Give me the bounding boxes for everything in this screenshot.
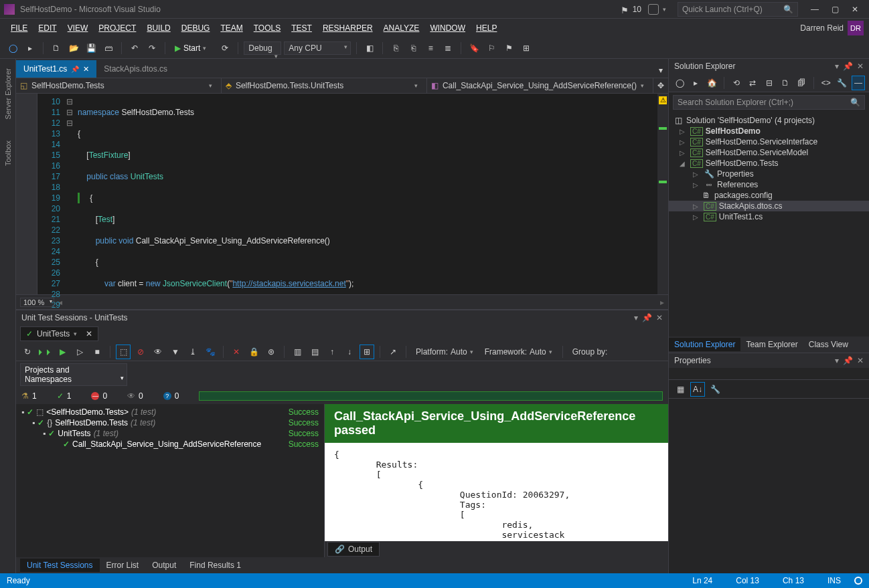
test-tree[interactable]: ▪✓⬚<SelfHostDemo.Tests> (1 test)Success … bbox=[16, 404, 324, 557]
layout-2-button[interactable]: ▤ bbox=[307, 345, 322, 359]
test-output-body[interactable]: { Results: [ { QuestionId: 20063297, Tag… bbox=[325, 443, 668, 541]
solution-tree[interactable]: ◫Solution 'SelfHostDemo' (4 projects) ▷C… bbox=[669, 112, 869, 336]
project-serviceinterface[interactable]: ▷C#SelfHostDemo.ServiceInterface bbox=[669, 136, 869, 147]
home-button[interactable]: 🏠 bbox=[705, 76, 718, 90]
menu-tools[interactable]: TOOLS bbox=[248, 21, 286, 35]
toolbar-icon-1[interactable]: ◧ bbox=[362, 41, 377, 56]
tree-row-namespace[interactable]: ▪✓{}SelfHostDemo.Tests (1 test)Success bbox=[16, 417, 324, 428]
paw-icon[interactable]: 🐾 bbox=[203, 345, 218, 359]
output-tab[interactable]: 🔗Output bbox=[327, 542, 380, 557]
code-button[interactable]: <> bbox=[819, 76, 833, 90]
menu-file[interactable]: FILE bbox=[5, 21, 33, 35]
node-stackapis-dtos[interactable]: ▷C#StackApis.dtos.cs bbox=[669, 201, 869, 211]
toolbar-icon-2[interactable]: ≡ bbox=[423, 41, 438, 56]
tree-row-class[interactable]: ▪✓UnitTests (1 test)Success bbox=[16, 428, 324, 439]
open-file-button[interactable]: 📂 bbox=[66, 41, 81, 56]
rerun-button[interactable]: ↻ bbox=[20, 345, 35, 359]
bookmark-button[interactable]: 🔖 bbox=[467, 41, 481, 56]
tab-stackapis[interactable]: StackApis.dtos.cs bbox=[96, 60, 175, 78]
tab-toolbox[interactable]: Toolbox bbox=[3, 136, 13, 170]
undo-button[interactable]: ↶ bbox=[127, 41, 142, 56]
minimize-button[interactable]: ― bbox=[805, 2, 825, 17]
show-all-button[interactable]: 🗋 bbox=[779, 76, 792, 90]
hide-button[interactable]: 👁 bbox=[151, 345, 165, 359]
btab-unit-test[interactable]: Unit Test Sessions bbox=[20, 559, 100, 572]
menu-help[interactable]: HELP bbox=[471, 21, 502, 35]
close-icon[interactable]: ✕ bbox=[656, 313, 663, 322]
stop-button[interactable]: ■ bbox=[90, 345, 104, 359]
forward-button[interactable]: ▸ bbox=[689, 76, 702, 90]
notifications[interactable]: 10 bbox=[621, 5, 641, 14]
dropdown-icon[interactable]: ▾ bbox=[835, 356, 839, 365]
props-wrench-button[interactable]: 🔧 bbox=[708, 382, 722, 397]
rtab-team-explorer[interactable]: Team Explorer bbox=[740, 338, 803, 351]
rtab-solution-explorer[interactable]: Solution Explorer bbox=[669, 338, 740, 351]
code-content[interactable]: namespace SelfHostDemo.Tests { [TestFixt… bbox=[75, 94, 657, 294]
menu-team[interactable]: TEAM bbox=[215, 21, 248, 35]
close-icon[interactable]: ✕ bbox=[857, 62, 864, 71]
menu-resharper[interactable]: RESHARPER bbox=[317, 21, 378, 35]
uncomment-button[interactable]: ⎗ bbox=[406, 41, 420, 56]
menu-edit[interactable]: EDIT bbox=[33, 21, 62, 35]
pin-icon[interactable]: 📌 bbox=[843, 62, 853, 71]
close-button[interactable]: ✕ bbox=[845, 2, 865, 17]
menu-analyze[interactable]: ANALYZE bbox=[378, 21, 425, 35]
split-editor-button[interactable]: ✥ bbox=[653, 78, 668, 93]
debug-button[interactable]: ▷ bbox=[72, 345, 87, 359]
refresh-button[interactable]: ⇄ bbox=[746, 76, 759, 90]
toolbar-icon-4[interactable]: ⚐ bbox=[484, 41, 499, 56]
solution-root[interactable]: ◫Solution 'SelfHostDemo' (4 projects) bbox=[669, 115, 869, 126]
overview-ruler[interactable]: ⚠ bbox=[657, 94, 668, 294]
nav-class-dropdown[interactable]: ⬘SelfHostDemo.Tests.UnitTests▾ bbox=[222, 78, 427, 93]
prev-button[interactable]: ↑ bbox=[325, 345, 339, 359]
zoom-dropdown[interactable]: 100 % bbox=[20, 298, 54, 307]
close-icon[interactable]: ✕ bbox=[857, 356, 864, 365]
start-debug-button[interactable]: ▶ Start ▾ bbox=[171, 43, 215, 53]
rtab-class-view[interactable]: Class View bbox=[803, 338, 854, 351]
platform-dropdown[interactable]: Any CPU bbox=[284, 41, 351, 55]
solution-search-input[interactable]: Search Solution Explorer (Ctrl+;) 🔍 bbox=[673, 95, 865, 110]
alpha-sort-button[interactable]: A↓ bbox=[690, 382, 705, 397]
pin-icon[interactable]: 📌 bbox=[642, 313, 652, 322]
menu-view[interactable]: VIEW bbox=[62, 21, 94, 35]
record-icon[interactable] bbox=[854, 577, 862, 585]
nav-namespace-dropdown[interactable]: ◱SelfHostDemo.Tests▾ bbox=[16, 78, 222, 93]
node-references[interactable]: ▷▫▫References bbox=[669, 179, 869, 190]
toolbar-icon-3[interactable]: ≣ bbox=[441, 41, 455, 56]
close-icon[interactable]: ✕ bbox=[83, 65, 89, 74]
node-properties[interactable]: ▷🔧Properties bbox=[669, 169, 869, 179]
pin-icon[interactable]: 📌 bbox=[71, 66, 79, 73]
settings-icon[interactable]: ⊛ bbox=[264, 345, 279, 359]
debug-target-button[interactable]: ⟳ bbox=[218, 41, 232, 56]
session-tab-unittests[interactable]: ✓ UnitTests ▾ ✕ bbox=[20, 326, 98, 341]
new-project-button[interactable]: 🗋 bbox=[49, 41, 64, 56]
delete-button[interactable]: ✕ bbox=[229, 345, 244, 359]
redo-button[interactable]: ↷ bbox=[145, 41, 159, 56]
project-selfhostdemo[interactable]: ▷C#SelfHostDemo bbox=[669, 126, 869, 136]
dropdown-icon[interactable]: ▾ bbox=[634, 313, 638, 322]
code-editor[interactable]: 1011121314151617181920212223242526272829… bbox=[16, 94, 668, 295]
nav-back-button[interactable]: ◯ bbox=[5, 41, 20, 56]
toolbar-icon-5[interactable]: ⚑ bbox=[501, 41, 516, 56]
toolbar-icon-6[interactable]: ⊞ bbox=[519, 41, 534, 56]
tab-unittest1[interactable]: UnitTest1.cs 📌 ✕ bbox=[16, 60, 96, 78]
node-unittest1[interactable]: ▷C#UnitTest1.cs bbox=[669, 211, 869, 222]
menu-build[interactable]: BUILD bbox=[141, 21, 175, 35]
nav-member-dropdown[interactable]: ◧Call_StackApi_Service_Using_AddServiceR… bbox=[427, 78, 653, 93]
run-button[interactable]: ▶ bbox=[55, 345, 70, 359]
config-dropdown[interactable]: Debug bbox=[244, 41, 281, 55]
tab-server-explorer[interactable]: Server Explorer bbox=[3, 64, 13, 123]
comment-button[interactable]: ⎘ bbox=[388, 41, 403, 56]
collapse-button[interactable]: ⊟ bbox=[762, 76, 775, 90]
sync-button[interactable]: ⟲ bbox=[730, 76, 743, 90]
categorize-button[interactable]: ▦ bbox=[673, 382, 688, 397]
remove-button[interactable]: ⊘ bbox=[133, 345, 148, 359]
tree-row-test[interactable]: ✓Call_StackApi_Service_Using_AddServiceR… bbox=[16, 439, 324, 450]
fold-column[interactable]: ⊟⊟⊟ bbox=[64, 94, 75, 294]
project-tests[interactable]: ◢C#SelfHostDemo.Tests bbox=[669, 158, 869, 169]
menu-project[interactable]: PROJECT bbox=[93, 21, 141, 35]
export-menu-button[interactable]: ↗ bbox=[386, 345, 400, 359]
feedback-button[interactable]: ▾ bbox=[648, 4, 671, 15]
track-button[interactable]: ⬚ bbox=[116, 345, 131, 359]
menu-test[interactable]: TEST bbox=[286, 21, 317, 35]
